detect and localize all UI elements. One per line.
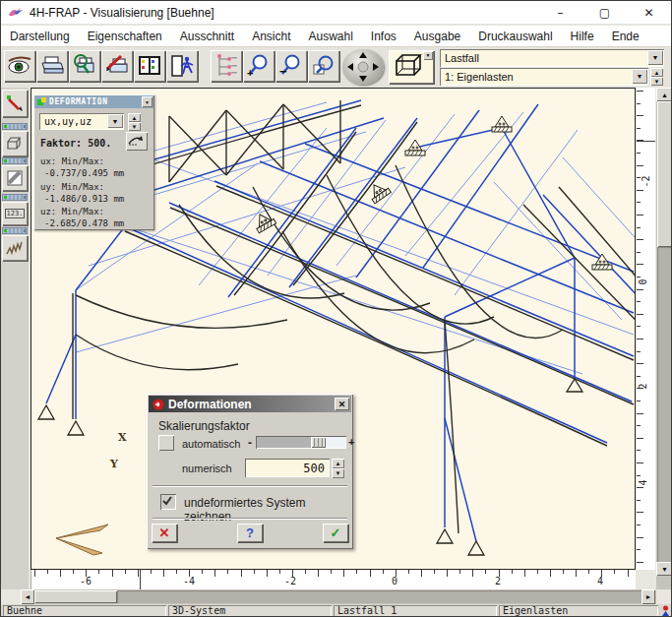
lastfall-combo-dropdown-arrow[interactable]: ▼ xyxy=(647,50,663,65)
menu-item-ende[interactable]: Ende xyxy=(603,27,648,46)
axis-x-label: X xyxy=(118,431,127,444)
lastfall-combo[interactable]: Lastfall ▼ xyxy=(440,49,664,67)
slider-minus-label[interactable]: - xyxy=(248,436,252,450)
hscroll-track[interactable] xyxy=(117,590,641,603)
uy-label: uy: Min/Max: xyxy=(40,182,104,192)
scroll-up-button[interactable]: ▲ xyxy=(656,88,672,101)
hatch-tool-button[interactable] xyxy=(2,165,28,191)
loadcase-spinner: ▲ ▼ xyxy=(650,68,663,86)
zoom-in-button[interactable]: + xyxy=(243,50,275,82)
svg-text:−: − xyxy=(279,64,287,79)
menu-item-auswahl[interactable]: Auswahl xyxy=(299,27,361,46)
component-spinner: ▲ ▼ xyxy=(128,113,141,131)
component-spin-down[interactable]: ▼ xyxy=(128,122,141,131)
ruler-section-tick xyxy=(637,141,655,142)
component-spin-up[interactable]: ▲ xyxy=(128,113,141,122)
scroll-down-button[interactable]: ▼ xyxy=(656,562,672,576)
loadcase-combo-dropdown-arrow[interactable]: ▼ xyxy=(632,69,647,84)
uz-value: -2.685/0.478 mm xyxy=(44,218,124,228)
minimize-button[interactable]: – xyxy=(538,1,582,25)
numbers-icon: 123. xyxy=(5,209,26,218)
scroll-right-button[interactable]: ► xyxy=(641,589,655,604)
ux-label: ux: Min/Max: xyxy=(40,156,104,166)
dialog-titlebar[interactable]: Deformationen ✕ xyxy=(149,396,351,412)
panel-shade-button[interactable]: ▼ xyxy=(142,96,153,107)
hscroll-thumb[interactable] xyxy=(34,590,117,603)
close-button[interactable]: ✕ xyxy=(627,1,671,25)
vscroll-track[interactable] xyxy=(657,247,672,562)
apply-factor-button[interactable] xyxy=(126,132,148,151)
titlebar[interactable]: 4H-FRAP - Visualisierung [Buehne] – ▢ ✕ xyxy=(1,1,671,25)
numeric-input[interactable]: 500 xyxy=(245,459,330,477)
status-loadcase-name: Eigenlasten xyxy=(499,605,658,617)
numbers-tool-titlebar[interactable]: x xyxy=(2,194,28,201)
menu-item-eigenschaften[interactable]: Eigenschaften xyxy=(79,27,171,46)
hatch-tool-titlebar[interactable]: x xyxy=(2,157,28,164)
box-tool-button[interactable] xyxy=(2,131,28,156)
structure-tree-button[interactable] xyxy=(211,50,242,82)
view-cube-dropdown-arrow[interactable]: ▼ xyxy=(423,51,433,60)
toolbar: + − xyxy=(1,47,671,88)
cancel-button[interactable]: ✕ xyxy=(152,524,177,542)
menu-item-ansicht[interactable]: Ansicht xyxy=(243,27,299,46)
axes-triad-icon xyxy=(56,524,108,555)
manual-button[interactable] xyxy=(134,50,165,82)
automatisch-checkbox[interactable] xyxy=(158,435,174,451)
scale-slider[interactable] xyxy=(256,436,346,449)
checkmark-icon xyxy=(160,494,174,508)
dialog-separator-2 xyxy=(153,518,347,520)
draw-tool-button[interactable] xyxy=(2,90,28,117)
vertical-scrollbar[interactable]: ▲ ▼ xyxy=(656,88,672,589)
ruler-section-tick xyxy=(140,570,141,589)
dialog-title: Deformationen xyxy=(168,398,252,411)
view-cube-icon xyxy=(392,52,425,82)
ok-button[interactable]: ✓ xyxy=(323,524,348,542)
spring-tool-button[interactable] xyxy=(2,235,28,261)
print-preview-button[interactable] xyxy=(69,50,100,82)
spring-tool-titlebar[interactable]: x xyxy=(2,227,28,234)
numbers-tool-button[interactable]: 123. xyxy=(2,202,28,225)
menu-item-ausgabe[interactable]: Ausgabe xyxy=(405,27,469,46)
print-button[interactable] xyxy=(36,50,68,82)
view-eye-button[interactable] xyxy=(4,50,35,82)
deformation-panel-titlebar[interactable]: DEFORMATION ▼ xyxy=(34,95,153,108)
numeric-spin-down[interactable]: ▼ xyxy=(332,468,344,478)
help-button[interactable]: ? xyxy=(237,524,263,542)
numerisch-label: numerisch xyxy=(182,463,232,474)
menu-item-druckauswahl[interactable]: Druckauswahl xyxy=(469,27,561,46)
horizontal-ruler: -6 -4 -2 0 2 4 xyxy=(31,570,636,589)
menubar: Darstellung Eigenschaften Ausschnitt Ans… xyxy=(1,26,671,47)
exit-door-icon xyxy=(169,54,195,78)
hruler-label: 4 xyxy=(597,576,603,586)
hruler-label: -4 xyxy=(183,576,195,586)
component-select-dropdown-arrow[interactable]: ▼ xyxy=(107,114,123,128)
numeric-spin-up[interactable]: ▲ xyxy=(332,459,344,468)
maximize-button[interactable]: ▢ xyxy=(582,1,627,25)
vscroll-thumb[interactable] xyxy=(657,101,672,247)
svg-text:+: + xyxy=(247,67,253,79)
loadcase-combo[interactable]: 1: Eigenlasten ▼ xyxy=(440,68,648,86)
exit-button[interactable] xyxy=(166,50,198,82)
menu-item-infos[interactable]: Infos xyxy=(362,27,405,46)
slider-thumb[interactable] xyxy=(311,437,326,448)
zoom-window-button[interactable] xyxy=(308,50,339,82)
loadcase-spin-down[interactable]: ▼ xyxy=(650,77,663,86)
status-system: 3D-System xyxy=(168,605,332,617)
dialog-close-button[interactable]: ✕ xyxy=(335,398,349,410)
menu-item-darstellung[interactable]: Darstellung xyxy=(1,27,79,46)
view-cube-dropdown[interactable]: ▼ xyxy=(389,50,434,84)
horizontal-scrollbar[interactable]: ◄ ► xyxy=(21,589,656,604)
slider-plus-label[interactable]: + xyxy=(348,436,354,448)
pan-dpad[interactable] xyxy=(342,49,384,85)
vruler-label: 2 xyxy=(638,383,648,389)
print-edit-button[interactable] xyxy=(101,50,133,82)
component-select[interactable]: ux,uy,uz ▼ xyxy=(39,113,124,130)
scroll-left-button[interactable]: ◄ xyxy=(21,589,34,604)
zoom-out-button[interactable]: − xyxy=(275,50,307,82)
vertical-ruler: -2 0 2 4 xyxy=(637,88,655,570)
menu-item-hilfe[interactable]: Hilfe xyxy=(562,27,603,46)
box-tool-titlebar[interactable]: x xyxy=(2,123,28,130)
loadcase-spin-up[interactable]: ▲ xyxy=(650,68,663,77)
menu-item-ausschnitt[interactable]: Ausschnitt xyxy=(171,27,243,46)
undeformed-checkbox[interactable] xyxy=(160,494,176,510)
